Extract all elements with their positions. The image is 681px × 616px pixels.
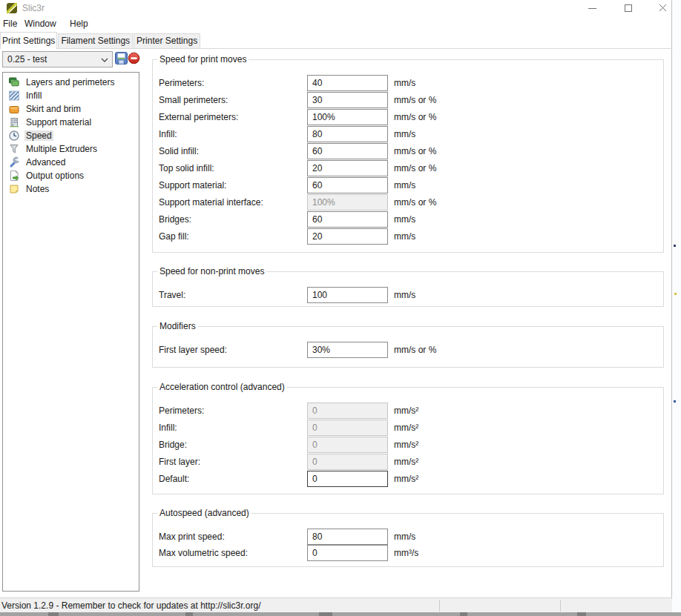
window-title: Slic3r xyxy=(22,3,45,13)
setting-row: First layer:mm/s² xyxy=(153,454,663,470)
first-layer-input xyxy=(307,454,388,470)
sidebar-item-label: Notes xyxy=(24,184,50,194)
first-layer-speed-input[interactable] xyxy=(307,342,388,358)
small-perimeters-input[interactable] xyxy=(307,92,388,108)
menu-window[interactable]: Window xyxy=(24,16,56,32)
menu-help[interactable]: Help xyxy=(70,16,88,32)
infill-input[interactable] xyxy=(307,126,388,142)
field-unit: mm/s or % xyxy=(394,95,436,105)
desktop-speck xyxy=(674,245,676,247)
output-icon xyxy=(8,170,20,182)
setting-row: Default:mm/s² xyxy=(153,471,663,487)
desktop-sliver xyxy=(672,0,681,612)
sidebar-item-infill[interactable]: Infill xyxy=(3,89,139,102)
sidebar-item-support-material[interactable]: Support material xyxy=(3,116,139,129)
field-unit: mm/s² xyxy=(394,457,418,467)
groupbox-autospeed-advanced: Autospeed (advanced)Max print speed:mm/s… xyxy=(152,513,664,567)
external-perimeters-input[interactable] xyxy=(307,109,388,125)
field-unit: mm/s or % xyxy=(394,163,436,173)
field-label: Travel: xyxy=(159,290,185,300)
statusbar-divider xyxy=(439,600,440,612)
field-unit: mm/s xyxy=(394,78,415,88)
desktop-speck xyxy=(674,400,676,403)
sidebar-item-label: Layers and perimeters xyxy=(24,77,116,87)
setting-row: External perimeters:mm/s or % xyxy=(153,109,663,125)
menu-file[interactable]: File xyxy=(3,16,17,32)
maximize-button[interactable] xyxy=(625,4,632,12)
tab-print-settings[interactable]: Print Settings xyxy=(0,32,57,49)
tab-filament-settings[interactable]: Filament Settings xyxy=(58,33,133,48)
groupbox-modifiers: ModifiersFirst layer speed:mm/s or % xyxy=(152,326,664,368)
minimize-button[interactable] xyxy=(588,8,596,9)
field-label: First layer: xyxy=(159,457,200,467)
save-preset-button[interactable] xyxy=(115,52,128,64)
sidebar-item-label: Multiple Extruders xyxy=(24,144,99,154)
delete-preset-button[interactable] xyxy=(128,52,140,64)
layers-icon xyxy=(8,76,20,88)
field-unit: mm/s xyxy=(394,531,415,542)
field-label: Solid infill: xyxy=(159,146,199,156)
travel-input[interactable] xyxy=(307,287,388,303)
preset-select[interactable]: 0.25 - test xyxy=(2,51,113,67)
field-label: Small perimeters: xyxy=(159,95,228,105)
field-label: Max volumetric speed: xyxy=(159,548,248,558)
advanced-icon xyxy=(8,156,20,168)
taskbar-edge xyxy=(0,612,681,616)
field-label: Gap fill: xyxy=(159,231,189,242)
setting-row: Infill:mm/s² xyxy=(153,420,663,436)
solid-infill-input[interactable] xyxy=(307,143,388,159)
support-material-input[interactable] xyxy=(307,177,388,193)
max-print-speed-input[interactable] xyxy=(307,529,388,545)
sidebar-item-multiple-extruders[interactable]: Multiple Extruders xyxy=(3,142,139,156)
tab-strip: Print SettingsFilament SettingsPrinter S… xyxy=(0,32,672,49)
sidebar-item-label: Output options xyxy=(24,170,85,181)
setting-row: Perimeters:mm/s² xyxy=(153,403,663,419)
titlebar: Slic3r xyxy=(0,0,671,16)
field-label: Perimeters: xyxy=(159,78,204,88)
bridge-input xyxy=(307,437,388,453)
sidebar-item-output-options[interactable]: Output options xyxy=(3,169,139,182)
sidebar-item-label: Advanced xyxy=(24,157,67,168)
setting-row: Solid infill:mm/s or % xyxy=(153,143,663,159)
sidebar-item-speed[interactable]: Speed xyxy=(3,129,139,142)
field-unit: mm/s² xyxy=(394,474,418,484)
top-solid-infill-input[interactable] xyxy=(307,160,388,176)
group-title: Speed for print moves xyxy=(157,54,249,64)
app-icon xyxy=(6,2,18,14)
setting-row: Small perimeters:mm/s or % xyxy=(153,92,663,108)
sidebar-item-layers-and-perimeters[interactable]: Layers and perimeters xyxy=(3,76,139,89)
save-icon xyxy=(115,52,128,64)
close-button[interactable] xyxy=(659,4,667,12)
sidebar-item-notes[interactable]: Notes xyxy=(3,182,139,196)
menubar: FileWindowHelp xyxy=(0,16,671,32)
sidebar-item-label: Skirt and brim xyxy=(24,104,82,114)
groupbox-speed-for-print-moves: Speed for print movesPerimeters:mm/sSmal… xyxy=(152,59,664,253)
field-unit: mm/s or % xyxy=(394,146,436,156)
status-text: Version 1.2.9 - Remember to check for up… xyxy=(1,600,261,611)
infill-icon xyxy=(8,90,20,102)
max-volumetric-speed-input[interactable] xyxy=(307,545,388,561)
field-label: Top solid infill: xyxy=(159,163,214,173)
support-material-interface-input xyxy=(307,194,388,211)
tab-printer-settings[interactable]: Printer Settings xyxy=(134,33,200,48)
field-label: First layer speed: xyxy=(159,345,227,355)
setting-row: Max volumetric speed:mm³/s xyxy=(153,545,663,561)
default-input[interactable] xyxy=(307,471,388,487)
field-label: Perimeters: xyxy=(159,405,204,416)
settings-tree: Layers and perimetersInfillSkirt and bri… xyxy=(2,72,139,592)
bridges-input[interactable] xyxy=(307,211,388,228)
groupbox-speed-for-non-print-moves: Speed for non-print movesTravel:mm/s xyxy=(152,271,664,307)
field-unit: mm/s xyxy=(394,180,415,191)
field-label: Infill: xyxy=(159,423,177,433)
sidebar-item-advanced[interactable]: Advanced xyxy=(3,156,139,169)
perimeters-input xyxy=(307,403,388,419)
field-label: Default: xyxy=(159,474,189,484)
field-label: Bridges: xyxy=(159,214,191,225)
sidebar-item-skirt-and-brim[interactable]: Skirt and brim xyxy=(3,102,139,116)
gap-fill-input[interactable] xyxy=(307,228,388,245)
field-unit: mm/s xyxy=(394,129,415,139)
speed-icon xyxy=(8,130,20,142)
group-title: Speed for non-print moves xyxy=(157,266,266,276)
support-icon xyxy=(8,116,20,128)
perimeters-input[interactable] xyxy=(307,75,388,91)
